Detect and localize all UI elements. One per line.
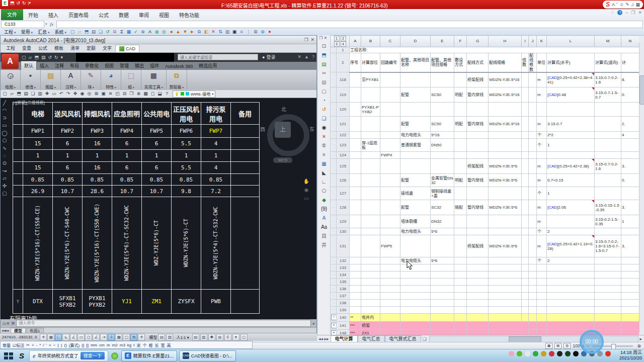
column-header-M[interactable]: M (595, 36, 621, 47)
cell-B134[interactable] (361, 272, 380, 279)
excel-tab-开始[interactable]: 开始 (23, 10, 43, 20)
cell-C119[interactable] (380, 87, 400, 103)
cell-F140[interactable] (454, 314, 467, 322)
cell-C118[interactable] (380, 72, 400, 87)
cell-C137[interactable] (380, 293, 400, 300)
measure-item-15[interactable]: [] (86, 343, 88, 347)
check-icon[interactable]: ✓ (133, 29, 139, 35)
zoom-in-icon[interactable]: ⊕ (637, 343, 641, 348)
cell-F141[interactable] (454, 322, 467, 330)
cell-K126[interactable]: m (537, 174, 547, 187)
corner-icon[interactable]: ◣ (320, 169, 328, 176)
cell-G121[interactable]: 管内穿线 (467, 117, 489, 132)
cell-I148[interactable] (522, 330, 529, 335)
cell-J120[interactable] (529, 103, 537, 117)
cell-B148[interactable]: ZX1 (361, 330, 380, 335)
cell-B119[interactable] (361, 87, 380, 103)
cell-F119[interactable]: 明配 (454, 87, 467, 103)
cell-C128[interactable] (380, 200, 400, 215)
column-header-K[interactable]: K (537, 36, 547, 47)
column-header-B[interactable]: B (361, 36, 380, 47)
cell-J129[interactable] (529, 215, 537, 228)
qat-icon-1[interactable]: ▱ (29, 55, 32, 60)
draw-toolbar[interactable]: ╱◠⊃▭◯⬠∿◌⊙↝▱✣▢ (1, 100, 9, 196)
cell-M122[interactable] (595, 132, 621, 139)
tray-icon-4[interactable] (541, 351, 546, 356)
ribbon-tab-管理[interactable]: 管理 (117, 61, 132, 70)
cad-link-prefix[interactable]: [CAD] (547, 75, 558, 80)
cell-H134[interactable] (489, 272, 522, 279)
cell-F129[interactable] (454, 215, 467, 228)
cell-H124[interactable] (489, 152, 522, 159)
cell-M130[interactable] (595, 228, 621, 235)
cell-G122[interactable] (467, 132, 489, 139)
status-toggle-3[interactable]: ⊾ (62, 334, 69, 341)
navigation-bar[interactable]: ✋◉▭ (301, 178, 311, 201)
outline-gutter[interactable]: · (331, 117, 337, 132)
help-icon[interactable]: ⊚ (260, 29, 266, 35)
outline-gutter[interactable]: · (331, 103, 337, 117)
cell-I129[interactable] (522, 215, 529, 228)
cell-C141[interactable] (380, 322, 400, 330)
cell-A124[interactable] (350, 152, 361, 159)
cad-link-prefix[interactable]: [CAD] (547, 242, 558, 246)
sheet-nav-icons[interactable]: ◂◂ ▸▸ (318, 336, 329, 341)
viewcube-east[interactable]: 东 (309, 125, 314, 133)
column-header-I[interactable]: I (522, 36, 529, 47)
cell-M134[interactable] (595, 272, 621, 279)
cell-M137[interactable] (595, 293, 621, 300)
cell-L119[interactable]: [CAD]0.48 (547, 87, 595, 103)
autocad-search-input[interactable]: 键入关键字或短语 (178, 54, 258, 60)
redo-icon[interactable]: ↻ (22, 1, 26, 6)
ribbon-panel-块[interactable]: ✎块 (81, 70, 101, 90)
sogou-tool-icon-3[interactable]: ✎ (625, 2, 629, 7)
cell-N148[interactable] (621, 330, 639, 335)
toolbar-icon-13[interactable]: ⊞ (93, 90, 100, 97)
sogou-tool-icon-5[interactable]: ▦ (635, 2, 640, 7)
cell-H118[interactable]: WDZN-YJE-5*16 (489, 72, 522, 87)
row-number[interactable]: 118 (337, 72, 350, 87)
tray-icon-8[interactable] (573, 351, 579, 356)
esuan-taskbar-button[interactable]: E 精算软件.E算量21... (121, 350, 177, 361)
table-icon[interactable]: ▥ (224, 29, 230, 35)
cell-C138[interactable] (380, 300, 400, 307)
cell-B138[interactable] (361, 300, 380, 307)
cell-A119[interactable] (350, 87, 361, 103)
cad-link-prefix[interactable]: [CAD] (547, 93, 558, 97)
cell-C121[interactable] (380, 117, 400, 132)
measure-item-1[interactable]: ☑标注 (13, 342, 24, 348)
cell-A137[interactable] (350, 293, 361, 300)
measure-item-2[interactable]: ✂ (26, 343, 30, 347)
cell-K141[interactable] (537, 322, 547, 330)
cell-C140[interactable] (380, 314, 400, 322)
measure-item-13[interactable]: (算式) (69, 342, 79, 348)
status-toggle-2[interactable]: ∟ (55, 334, 62, 341)
down-icon[interactable]: ▼ (182, 29, 188, 35)
column-header-N[interactable]: N (621, 36, 639, 47)
cell-G128[interactable]: 管内穿线 (467, 200, 489, 215)
expand-button[interactable]: + (331, 330, 337, 335)
cutx-icon[interactable]: ✕ (210, 29, 216, 35)
cad-viewer-taskbar-button[interactable]: CAD CAD快速看图 - D:\... (179, 350, 236, 361)
outline-gutter[interactable]: · (331, 257, 337, 264)
cell-F138[interactable] (454, 300, 467, 307)
cell-G136[interactable] (467, 286, 489, 293)
excel-tab-审阅[interactable]: 审阅 (134, 10, 154, 20)
draw-tool-5[interactable]: ⬠ (3, 138, 7, 143)
cell-J128[interactable] (529, 200, 537, 215)
toolbar-icon-16[interactable]: ◰ (114, 90, 121, 97)
cell-M127[interactable] (595, 187, 621, 200)
cell-D135[interactable] (400, 279, 431, 286)
cell-K121[interactable]: m (537, 117, 547, 132)
ribbon-tab-Autodesk 360[interactable]: Autodesk 360 (162, 63, 196, 70)
cell-E136[interactable] (431, 286, 454, 293)
cell-C123[interactable] (380, 139, 400, 152)
cell-K137[interactable] (537, 293, 547, 300)
column-header-H[interactable]: H (489, 36, 522, 47)
row-number[interactable]: 124 (337, 152, 350, 159)
float-icon[interactable]: ⊡ (320, 42, 328, 50)
outline-gutter[interactable]: · (331, 174, 337, 187)
measure-item-25[interactable]: 根 (149, 342, 153, 348)
cell-L133[interactable] (547, 264, 595, 272)
cell-I139[interactable] (522, 307, 529, 314)
